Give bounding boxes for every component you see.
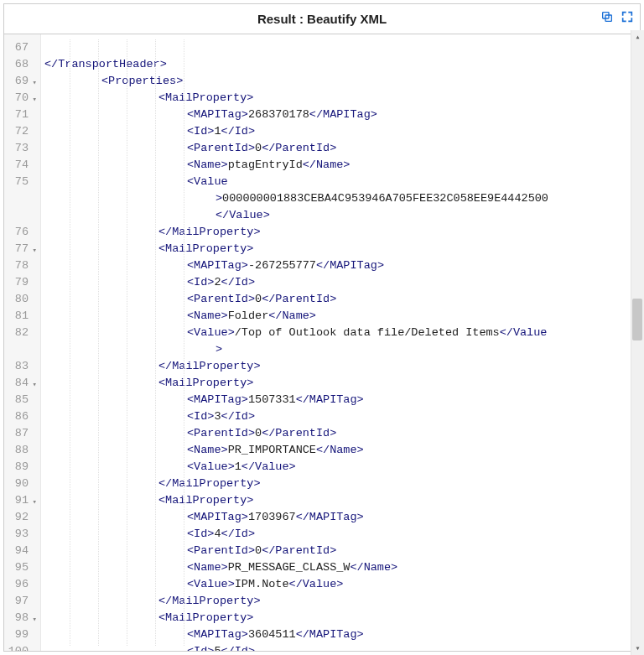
line-number <box>6 341 35 358</box>
code-line: </MailProperty> <box>44 476 638 492</box>
code-line: </Value> <box>44 207 638 224</box>
scroll-down-arrow[interactable]: ▾ <box>631 642 644 655</box>
line-number: 67 <box>6 39 35 56</box>
code-line: <Id>5</Id> <box>44 643 638 651</box>
code-line: <MAPITag>1507331</MAPITag> <box>44 392 638 408</box>
panel-header: Result : Beautify XML <box>4 4 640 34</box>
line-number: 84 <box>6 375 35 392</box>
code-line: <Value>IPM.Note</Value> <box>44 576 638 593</box>
code-line: </MailProperty> <box>44 358 638 375</box>
line-number: 91 <box>6 492 35 509</box>
line-number: 78 <box>6 257 35 274</box>
code-line: <ParentId>0</ParentId> <box>44 543 638 559</box>
code-editor[interactable]: 6768697071727374757677787980818283848586… <box>4 34 640 651</box>
line-number: 89 <box>6 459 35 476</box>
line-number: 71 <box>6 107 35 123</box>
code-line: <ParentId>0</ParentId> <box>44 291 638 308</box>
code-line: <Id>1</Id> <box>44 123 638 140</box>
code-line: <MAPITag>3604511</MAPITag> <box>44 626 638 643</box>
code-line: <Name>Folder</Name> <box>44 308 638 325</box>
line-number: 70 <box>6 90 35 107</box>
code-line: <Value>/Top of Outlook data file/Deleted… <box>44 325 638 341</box>
code-line: <Id>2</Id> <box>44 274 638 291</box>
line-number: 97 <box>6 593 35 610</box>
code-line: <MAPITag>-267255777</MAPITag> <box>44 257 638 274</box>
code-line: <Properties> <box>44 73 638 90</box>
code-line: <MailProperty> <box>44 492 638 509</box>
code-line: </TransportHeader> <box>44 56 638 73</box>
code-line: <Name>PR_IMPORTANCE</Name> <box>44 442 638 459</box>
scroll-up-arrow[interactable]: ▴ <box>631 30 644 44</box>
line-number: 96 <box>6 576 35 593</box>
line-number: 86 <box>6 408 35 425</box>
line-number <box>6 207 35 224</box>
code-line: <Name>ptagEntryId</Name> <box>44 157 638 174</box>
line-number: 87 <box>6 425 35 442</box>
code-line: <Value>1</Value> <box>44 459 638 476</box>
code-line: <MailProperty> <box>44 90 638 107</box>
expand-icon[interactable] <box>620 9 635 24</box>
line-number: 82 <box>6 325 35 341</box>
line-number: 92 <box>6 509 35 526</box>
line-number: 88 <box>6 442 35 459</box>
code-content[interactable]: </TransportHeader><Properties><MailPrope… <box>41 34 640 651</box>
code-line: <MailProperty> <box>44 610 638 626</box>
line-number: 76 <box>6 224 35 241</box>
line-number <box>6 190 35 207</box>
line-number: 74 <box>6 157 35 174</box>
code-line: </MailProperty> <box>44 224 638 241</box>
vertical-scrollbar[interactable]: ▴ ▾ <box>631 30 644 655</box>
line-number: 77 <box>6 241 35 257</box>
code-line: <MailProperty> <box>44 375 638 392</box>
line-number: 72 <box>6 123 35 140</box>
line-number: 100 <box>6 643 35 651</box>
code-line: >000000001883CEBA4C953946A705FEE32C058EE… <box>44 190 638 207</box>
scrollbar-thumb[interactable] <box>632 299 642 340</box>
line-number: 73 <box>6 140 35 157</box>
code-line: <MAPITag>1703967</MAPITag> <box>44 509 638 526</box>
line-number: 68 <box>6 56 35 73</box>
code-line: <ParentId>0</ParentId> <box>44 140 638 157</box>
panel-title: Result : Beautify XML <box>257 12 387 26</box>
header-actions <box>600 9 635 24</box>
line-number: 83 <box>6 358 35 375</box>
line-number: 99 <box>6 626 35 643</box>
code-line: <Value <box>44 174 638 190</box>
line-number: 95 <box>6 559 35 576</box>
copy-icon[interactable] <box>600 9 615 24</box>
line-number: 94 <box>6 543 35 559</box>
code-line: <Id>4</Id> <box>44 526 638 543</box>
code-line: <MailProperty> <box>44 241 638 257</box>
line-number: 80 <box>6 291 35 308</box>
code-line: <Name>PR_MESSAGE_CLASS_W</Name> <box>44 559 638 576</box>
line-number: 98 <box>6 610 35 626</box>
code-line: <ParentId>0</ParentId> <box>44 425 638 442</box>
line-number: 69 <box>6 73 35 90</box>
line-number-gutter: 6768697071727374757677787980818283848586… <box>4 34 41 651</box>
code-line: <MAPITag>268370178</MAPITag> <box>44 107 638 123</box>
code-line: </MailProperty> <box>44 593 638 610</box>
line-number: 90 <box>6 476 35 492</box>
line-number: 93 <box>6 526 35 543</box>
result-panel: Result : Beautify XML 676869707172737475… <box>3 3 641 652</box>
line-number: 75 <box>6 174 35 190</box>
line-number: 85 <box>6 392 35 408</box>
code-line: <Id>3</Id> <box>44 408 638 425</box>
line-number: 79 <box>6 274 35 291</box>
code-line: > <box>44 341 638 358</box>
code-line <box>44 39 638 56</box>
line-number: 81 <box>6 308 35 325</box>
